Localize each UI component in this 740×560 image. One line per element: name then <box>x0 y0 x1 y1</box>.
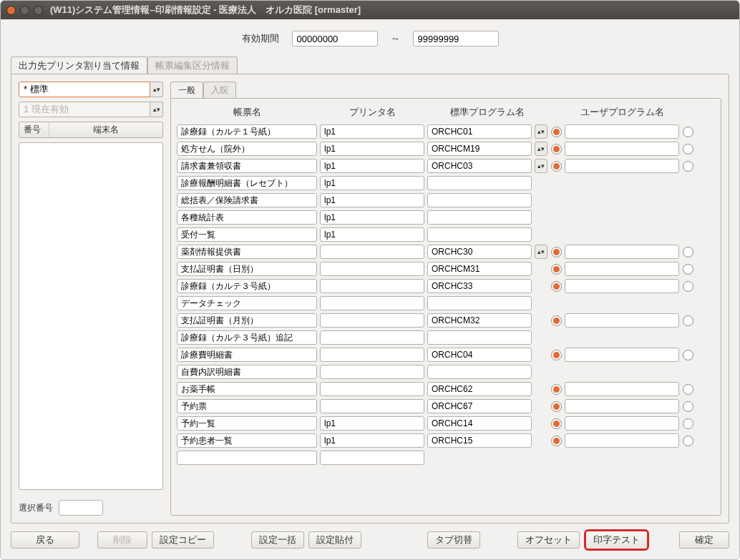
offset-button[interactable]: オフセット <box>517 531 580 549</box>
std-prog-input[interactable] <box>427 124 532 139</box>
form-name-input[interactable] <box>177 193 317 207</box>
printer-name-input[interactable] <box>320 210 424 225</box>
form-name-input[interactable] <box>177 330 317 345</box>
spinner-icon[interactable]: ▴▾ <box>150 82 163 97</box>
std-radio[interactable] <box>551 384 562 395</box>
back-button[interactable]: 戻る <box>11 531 79 549</box>
spinner-icon[interactable]: ▴▾ <box>535 159 547 173</box>
user-prog-input[interactable] <box>565 142 679 156</box>
tab-form-edit[interactable]: 帳票編集区分情報 <box>147 57 238 74</box>
user-prog-input[interactable] <box>565 313 679 328</box>
std-prog-input[interactable] <box>427 399 532 413</box>
bulk-button[interactable]: 設定一括 <box>251 531 304 549</box>
printer-name-input[interactable] <box>320 330 424 345</box>
user-radio[interactable] <box>683 161 693 172</box>
user-radio[interactable] <box>683 127 693 137</box>
printer-name-input[interactable] <box>320 142 424 156</box>
spinner-icon[interactable]: ▴▾ <box>535 245 547 259</box>
printer-name-input[interactable] <box>320 416 424 431</box>
user-prog-input[interactable] <box>565 348 679 362</box>
printer-name-input[interactable] <box>320 399 424 413</box>
std-prog-input[interactable] <box>427 279 532 293</box>
std-radio[interactable] <box>551 161 562 172</box>
user-prog-input[interactable] <box>565 262 679 276</box>
printer-name-input[interactable] <box>320 365 424 379</box>
user-prog-input[interactable] <box>565 124 679 139</box>
spinner-icon[interactable]: ▴▾ <box>535 124 547 139</box>
std-prog-input[interactable] <box>427 227 532 242</box>
form-name-input[interactable] <box>177 382 317 396</box>
paste-button[interactable]: 設定貼付 <box>308 531 361 549</box>
printer-name-input[interactable] <box>320 433 424 448</box>
printer-name-input[interactable] <box>320 313 424 328</box>
user-prog-input[interactable] <box>565 416 679 431</box>
form-name-input[interactable] <box>177 348 317 362</box>
printer-name-input[interactable] <box>320 245 424 259</box>
form-name-input[interactable] <box>177 159 317 173</box>
user-radio[interactable] <box>683 436 693 446</box>
terminal-list[interactable] <box>19 142 163 490</box>
maximize-icon[interactable] <box>34 6 43 15</box>
terminal-standard-input[interactable] <box>19 82 150 97</box>
tab-switch-button[interactable]: タブ切替 <box>427 531 480 549</box>
printer-name-input[interactable] <box>320 451 424 465</box>
std-radio[interactable] <box>551 436 562 446</box>
std-radio[interactable] <box>551 247 562 257</box>
form-name-input[interactable] <box>177 262 317 276</box>
tab-inpatient[interactable]: 入院 <box>203 82 236 99</box>
tab-general[interactable]: 一般 <box>170 82 203 99</box>
printer-name-input[interactable] <box>320 382 424 396</box>
spinner-icon[interactable]: ▴▾ <box>535 142 547 156</box>
user-prog-input[interactable] <box>565 279 679 293</box>
form-name-input[interactable] <box>177 142 317 156</box>
minimize-icon[interactable] <box>20 6 29 15</box>
std-prog-input[interactable] <box>427 262 532 276</box>
printer-name-input[interactable] <box>320 262 424 276</box>
std-radio[interactable] <box>551 281 562 292</box>
std-prog-input[interactable] <box>427 416 532 431</box>
std-radio[interactable] <box>551 401 562 412</box>
user-radio[interactable] <box>683 264 693 275</box>
std-prog-input[interactable] <box>427 433 532 448</box>
std-prog-input[interactable] <box>427 348 532 362</box>
form-name-input[interactable] <box>177 296 317 310</box>
form-name-input[interactable] <box>177 313 317 328</box>
user-prog-input[interactable] <box>565 399 679 413</box>
form-name-input[interactable] <box>177 433 317 448</box>
user-radio[interactable] <box>683 247 693 257</box>
user-prog-input[interactable] <box>565 382 679 396</box>
form-name-input[interactable] <box>177 210 317 225</box>
user-radio[interactable] <box>683 315 693 326</box>
std-prog-input[interactable] <box>427 296 532 310</box>
form-name-input[interactable] <box>177 365 317 379</box>
printer-name-input[interactable] <box>320 159 424 173</box>
std-prog-input[interactable] <box>427 245 532 259</box>
form-name-input[interactable] <box>177 245 317 259</box>
user-radio[interactable] <box>683 281 693 292</box>
user-prog-input[interactable] <box>565 159 679 173</box>
printer-name-input[interactable] <box>320 193 424 207</box>
tab-printer-assign[interactable]: 出力先プリンタ割り当て情報 <box>11 57 147 74</box>
form-name-input[interactable] <box>177 176 317 190</box>
user-prog-input[interactable] <box>565 245 679 259</box>
std-prog-input[interactable] <box>427 176 532 190</box>
ok-button[interactable]: 確定 <box>679 531 729 549</box>
user-radio[interactable] <box>683 350 693 360</box>
std-prog-input[interactable] <box>427 159 532 173</box>
std-radio[interactable] <box>551 264 562 275</box>
print-test-button[interactable]: 印字テスト <box>586 531 647 549</box>
form-name-input[interactable] <box>177 451 317 465</box>
std-radio[interactable] <box>551 315 562 326</box>
form-name-input[interactable] <box>177 416 317 431</box>
std-prog-input[interactable] <box>427 365 532 379</box>
std-prog-input[interactable] <box>427 142 532 156</box>
form-name-input[interactable] <box>177 399 317 413</box>
std-prog-input[interactable] <box>427 382 532 396</box>
form-name-input[interactable] <box>177 279 317 293</box>
form-name-input[interactable] <box>177 227 317 242</box>
printer-name-input[interactable] <box>320 176 424 190</box>
std-prog-input[interactable] <box>427 313 532 328</box>
std-prog-input[interactable] <box>427 193 532 207</box>
std-radio[interactable] <box>551 350 562 360</box>
printer-name-input[interactable] <box>320 348 424 362</box>
